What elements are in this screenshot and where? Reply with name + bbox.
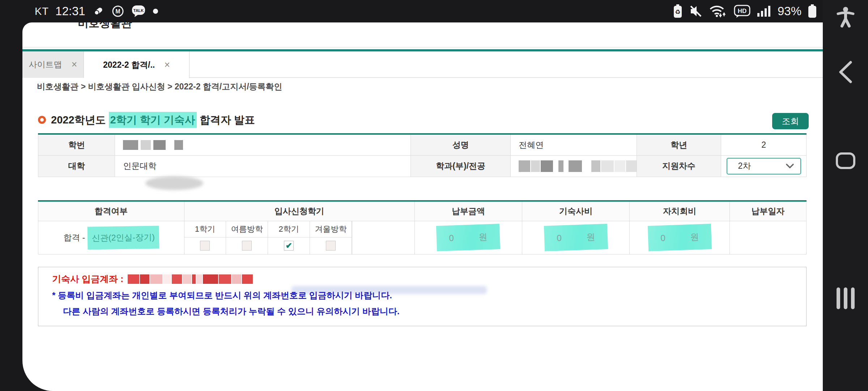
pay-date-cell [729, 221, 806, 254]
council-fee-highlight: 0원 [647, 224, 711, 251]
semester-subtable: 1학기 여름방학 2학기 겨울방학 ✔ [184, 221, 352, 254]
notice-line-1: * 등록비 입금계좌는 개인별로 부여되므로 반드시 위의 계좌번호로 입금하시… [52, 290, 392, 301]
m-circle-icon: M [111, 5, 124, 18]
redacted-student-id [123, 140, 410, 150]
battery-icon [807, 4, 817, 18]
college-label: 대학 [38, 155, 115, 177]
section-title-row: 2022학년도 2학기 학기 기숙사 합격자 발표 조회 [38, 111, 807, 131]
name-label: 성명 [411, 134, 511, 155]
battery-saver-icon: ♻ [673, 4, 683, 18]
pass-result-cell: 합격 - 신관(2인실-장기) [38, 221, 184, 254]
back-icon[interactable] [823, 60, 868, 84]
browser-content: 비호생활관 사이트맵 × 2022-2 합격/.. × 비호생활관 > 비호생활… [22, 22, 823, 391]
tab-sitemap[interactable]: 사이트맵 × [22, 51, 84, 78]
student-id-label: 학번 [38, 134, 115, 155]
summer-label: 여름방학 [226, 221, 268, 237]
tab-bar: 사이트맵 × 2022-2 합격/.. × [22, 51, 823, 78]
query-button[interactable]: 조회 [772, 113, 809, 129]
college-value: 인문대학 [115, 155, 411, 177]
table-row: 대학 인문대학 학과(부)/전공 [38, 155, 807, 177]
semester-1-checkbox[interactable] [200, 241, 210, 251]
table-row: 합격 - 신관(2인실-장기) 1학기 여름방학 2학기 겨울방학 ✔ 0원 [38, 221, 807, 254]
dorm-fee-unit: 원 [586, 231, 595, 243]
redacted-account-number [128, 274, 253, 284]
dorm-fee-cell: 0원 [522, 221, 630, 254]
summer-checkbox[interactable] [242, 241, 252, 251]
title-prefix: 2022학년도 [51, 114, 109, 126]
battery-percent-label: 93% [778, 4, 801, 18]
council-fee-header: 자치회비 [630, 201, 729, 221]
semester-header: 입사신청학기 [184, 201, 414, 221]
tab-result-label: 2022-2 합격/.. [103, 59, 155, 71]
tab-close-icon[interactable]: × [164, 59, 170, 71]
round-select[interactable]: 2차 [727, 158, 801, 175]
pass-header: 합격여부 [38, 201, 184, 221]
svg-text:M: M [115, 8, 120, 14]
table-row: 학번 성명 전혜연 학년 2 [38, 134, 807, 155]
notification-dot-icon [153, 8, 158, 14]
pass-prefix: 합격 - [63, 233, 87, 242]
home-icon[interactable] [823, 152, 868, 169]
page-title: 2022학년도 2학기 학기 기숙사 합격자 발표 [51, 113, 255, 127]
major-value [511, 155, 637, 177]
notice-line-2: 다른 사람의 계좌번호로 등록하시면 등록처리가 누락될 수 있으니 유의하시기… [63, 306, 400, 317]
phone-screen: KT 12:31 M TALK ♻ [0, 0, 868, 391]
result-table: 합격여부 입사신청학기 납부금액 기숙사비 자치회비 납부일자 합격 - 신관(… [38, 200, 807, 255]
kakaotalk-icon: TALK [131, 4, 146, 18]
year-value: 2 [721, 134, 807, 155]
carrier-label: KT [35, 5, 49, 17]
mute-icon [689, 4, 703, 18]
student-info-table: 학번 성명 전혜연 학년 2 대학 인문대학 학과 [38, 133, 807, 177]
tab-2022-2-result[interactable]: 2022-2 합격/.. × [84, 51, 190, 78]
site-title-clipped: 비호생활관 [78, 22, 132, 31]
pill-icon [92, 5, 105, 18]
amount-unit: 원 [478, 231, 488, 243]
round-cell: 2차 [721, 155, 807, 177]
amount-highlight: 0원 [436, 224, 500, 251]
student-id-value [115, 134, 411, 155]
dorm-fee-header: 기숙사비 [522, 201, 630, 221]
dorm-fee-highlight: 0원 [544, 224, 608, 251]
android-nav-rail [823, 0, 868, 391]
bullet-icon [38, 116, 46, 124]
amount-cell: 0원 [414, 221, 522, 254]
round-selected-value: 2차 [738, 160, 751, 172]
amount-header: 납부금액 [414, 201, 522, 221]
semester-cell: 1학기 여름방학 2학기 겨울방학 ✔ [184, 221, 414, 254]
year-label: 학년 [637, 134, 721, 155]
redaction-smudge [145, 176, 203, 190]
major-label: 학과(부)/전공 [411, 155, 511, 177]
dorm-fee-value: 0 [557, 233, 562, 243]
pass-detail-highlight: 신관(2인실-장기) [87, 226, 159, 249]
redacted-major [519, 160, 636, 172]
title-suffix: 합격자 발표 [197, 114, 255, 126]
hd-call-icon: HD [733, 4, 751, 18]
council-fee-value: 0 [660, 233, 665, 243]
breadcrumb: 비호생활관 > 비호생활관 입사신청 > 2022-2 합격/고지서/등록확인 [37, 81, 282, 92]
table-header-row: 합격여부 입사신청학기 납부금액 기숙사비 자치회비 납부일자 [38, 201, 807, 221]
signal-bars-icon [757, 4, 772, 18]
account-label: 기숙사 입금계좌 : [52, 273, 123, 285]
recents-icon[interactable] [823, 287, 868, 310]
wifi-updown-icon [709, 4, 728, 18]
tab-close-icon[interactable]: × [72, 59, 77, 70]
council-fee-unit: 원 [690, 231, 699, 243]
title-highlight: 2학기 학기 기숙사 [109, 112, 197, 128]
council-fee-cell: 0원 [630, 221, 729, 254]
semester-2-checkbox[interactable]: ✔ [284, 241, 294, 251]
svg-text:HD: HD [738, 8, 747, 14]
svg-text:♻: ♻ [675, 9, 680, 16]
amount-value: 0 [449, 233, 454, 243]
pay-date-header: 납부일자 [729, 201, 806, 221]
winter-label: 겨울방학 [310, 221, 352, 237]
header-divider [22, 47, 823, 47]
name-value: 전혜연 [511, 134, 637, 155]
winter-checkbox[interactable] [326, 241, 336, 251]
status-bar: KT 12:31 M TALK ♻ [0, 0, 868, 22]
svg-text:TALK: TALK [133, 8, 144, 13]
tab-sitemap-label: 사이트맵 [29, 59, 62, 70]
chevron-down-icon [786, 164, 794, 169]
round-label: 지원차수 [637, 155, 721, 177]
account-notice-box: 기숙사 입금계좌 : * 등록비 입금계좌는 개인별로 부여 [38, 267, 807, 326]
clock: 12:31 [55, 4, 85, 18]
